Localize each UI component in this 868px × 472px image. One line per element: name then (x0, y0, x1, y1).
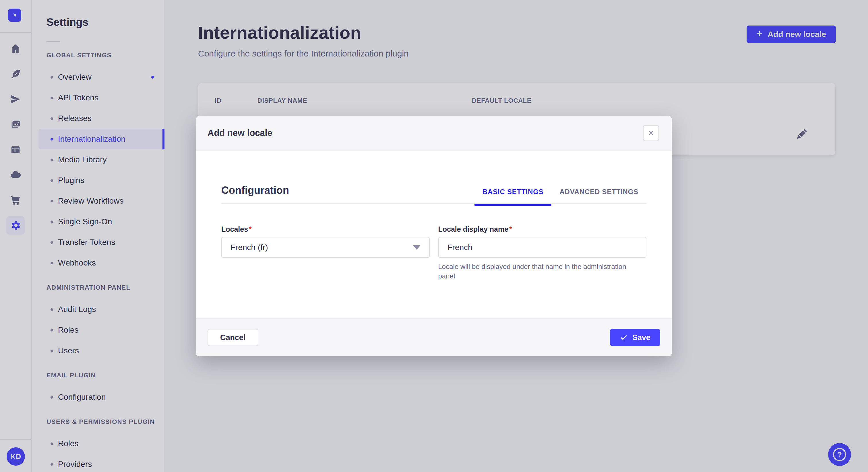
chevron-down-icon (413, 245, 421, 250)
settings-tabs: BASIC SETTINGS ADVANCED SETTINGS (474, 187, 646, 196)
locales-field: Locales* French (fr) (221, 225, 430, 281)
locales-selected-value: French (fr) (230, 243, 268, 252)
tab-advanced-settings[interactable]: ADVANCED SETTINGS (551, 187, 646, 196)
tab-basic-settings[interactable]: BASIC SETTINGS (474, 187, 552, 196)
check-icon (620, 334, 628, 341)
modal-footer: Cancel Save (196, 318, 672, 356)
display-name-field: Locale display name* Locale will be disp… (438, 225, 647, 281)
display-name-help-text: Locale will be displayed under that name… (438, 262, 639, 281)
modal-title: Add new locale (208, 128, 272, 138)
modal-body: Configuration BASIC SETTINGS ADVANCED SE… (196, 184, 672, 281)
save-button[interactable]: Save (610, 329, 660, 346)
cancel-button[interactable]: Cancel (208, 329, 258, 346)
modal-header: Add new locale ✕ (196, 116, 672, 150)
locales-select[interactable]: French (fr) (221, 237, 430, 258)
required-asterisk: * (509, 225, 512, 233)
required-asterisk: * (249, 225, 252, 233)
close-icon[interactable]: ✕ (643, 125, 659, 141)
add-locale-modal: Add new locale ✕ Configuration BASIC SET… (196, 116, 672, 356)
display-name-label: Locale display name* (438, 225, 512, 233)
configuration-heading: Configuration (221, 184, 289, 196)
display-name-input[interactable] (438, 237, 647, 258)
locales-label: Locales* (221, 225, 252, 233)
